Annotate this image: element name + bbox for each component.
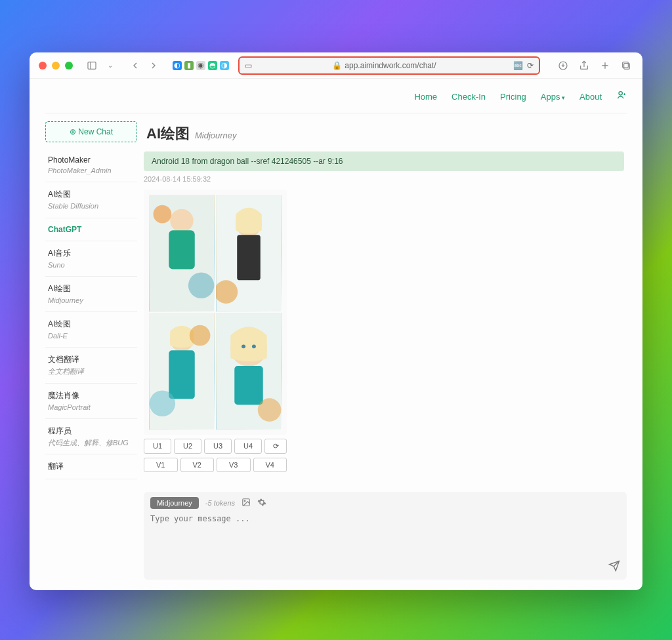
send-button[interactable] [608,560,620,574]
sidebar-item-subtitle: Midjourney [48,296,135,305]
reload-icon[interactable]: ⟳ [527,61,534,70]
tabs-overview-icon[interactable] [619,58,633,73]
page-content: Home Check-In Pricing Apps About ⊕ New C… [30,79,642,590]
image-icon[interactable] [242,498,251,509]
sidebar-item-subtitle: Dall-E [48,331,135,340]
svg-point-8 [619,92,622,95]
svg-rect-6 [624,63,630,69]
sidebar-item-subtitle: 代码生成、解释、修BUG [48,438,135,447]
ext-icon-3[interactable]: ◉ [196,61,205,70]
sidebar-item-title: 程序员 [48,426,135,437]
svg-point-15 [188,273,215,299]
sidebar-item-subtitle: MagicPortrait [48,403,135,412]
sidebar-item-subtitle: PhotoMaker_Admin [48,166,135,175]
sidebar-item[interactable]: AI绘图Dall-E [45,312,137,348]
downloads-icon[interactable] [556,58,570,73]
lock-icon: 🔒 [332,61,342,70]
url-text: app.aimindwork.com/chat/ [345,61,436,70]
forward-button[interactable] [146,58,161,73]
browser-window: ⌄ ◐ ▮ ◉ ◓ ◑ ▭ 🔒 app.aimindwork.com/chat/… [30,52,642,590]
sidebar-item[interactable]: PhotoMakerPhotoMaker_Admin [45,149,137,182]
gear-icon[interactable] [257,498,266,509]
svg-point-23 [190,325,211,346]
new-chat-button[interactable]: ⊕ New Chat [45,121,137,142]
minimize-window[interactable] [52,62,60,70]
upscale-button[interactable]: U2 [174,439,201,454]
variation-button[interactable]: V2 [180,458,215,472]
traffic-lights [39,62,73,70]
sidebar-item[interactable]: 文档翻译全文档翻译 [45,348,137,383]
sidebar-item-title: AI音乐 [48,248,135,259]
upscale-button[interactable]: U3 [204,439,232,454]
token-cost: -5 tokens [205,499,235,507]
svg-point-28 [252,344,256,348]
variation-button[interactable]: V1 [144,458,178,472]
user-icon[interactable] [616,90,627,103]
sidebar-item[interactable]: AI音乐Suno [45,241,137,277]
svg-rect-13 [169,230,195,269]
svg-rect-7 [623,62,629,68]
chat-area[interactable]: Android 18 from dragon ball --sref 42124… [144,151,627,485]
variation-button[interactable]: V4 [253,458,287,472]
generated-image-3[interactable] [149,313,215,430]
sidebar-item-subtitle: Suno [48,260,135,270]
ext-icon-5[interactable]: ◑ [220,61,229,70]
sidebar-item-title: AI绘图 [48,319,135,330]
generated-image-1[interactable] [149,195,215,311]
ext-icon-1[interactable]: ◐ [173,61,182,70]
reroll-button[interactable]: ⟳ [264,439,287,454]
address-bar[interactable]: ▭ 🔒 app.aimindwork.com/chat/ 🔤 ⟳ [238,56,540,75]
chevron-down-icon[interactable]: ⌄ [103,58,117,73]
sidebar-item-subtitle: Stable Diffusion [48,201,135,210]
svg-rect-29 [234,366,262,405]
message-input[interactable] [150,514,620,560]
new-tab-icon[interactable] [598,58,612,73]
svg-point-14 [154,205,172,224]
generated-image-4[interactable] [216,313,282,430]
sidebar-item-title: AI绘图 [48,283,135,294]
ext-icon-2[interactable]: ▮ [184,61,194,70]
sidebar-item[interactable]: AI绘图Stable Diffusion [45,182,137,218]
nav-home[interactable]: Home [414,92,437,102]
variation-button[interactable]: V3 [217,458,251,472]
svg-rect-0 [88,62,96,69]
svg-point-30 [258,398,282,422]
sidebar-item[interactable]: 翻译 [45,454,137,479]
nav-apps[interactable]: Apps [541,92,565,102]
top-nav: Home Check-In Pricing Apps About [30,79,642,108]
sidebar-item-title: 文档翻译 [48,354,135,365]
upscale-button[interactable]: U1 [144,439,171,454]
svg-point-12 [170,209,194,233]
back-button[interactable] [128,58,142,73]
generated-image-2[interactable] [216,195,282,311]
timestamp: 2024-08-14 15:59:32 [144,175,624,183]
ext-icon-4[interactable]: ◓ [208,61,217,70]
sidebar-item-title: PhotoMaker [48,155,135,165]
model-badge[interactable]: Midjourney [150,497,199,509]
sidebar-item-title: 翻译 [48,461,135,472]
upscale-row: U1U2U3U4⟳ [144,439,287,454]
svg-point-27 [242,344,245,348]
sidebar-item[interactable]: 魔法肖像MagicPortrait [45,384,137,419]
svg-rect-18 [237,235,261,280]
sidebar-item[interactable]: ChatGPT [45,218,137,241]
nav-checkin[interactable]: Check-In [452,92,486,102]
sidebar-item-subtitle: 全文档翻译 [48,367,135,376]
upscale-button[interactable]: U4 [234,439,262,454]
share-icon[interactable] [577,58,591,73]
titlebar: ⌄ ◐ ▮ ◉ ◓ ◑ ▭ 🔒 app.aimindwork.com/chat/… [30,52,642,79]
sidebar-toggle-icon[interactable] [85,58,99,73]
main-panel: AI绘图 Midjourney Android 18 from dragon b… [144,121,627,580]
close-window[interactable] [39,62,47,70]
svg-point-24 [150,390,176,416]
svg-rect-22 [169,350,195,399]
nav-about[interactable]: About [579,92,602,102]
sidebar-item[interactable]: 程序员代码生成、解释、修BUG [45,419,137,454]
maximize-window[interactable] [65,62,73,70]
nav-pricing[interactable]: Pricing [500,92,526,102]
translate-icon[interactable]: 🔤 [513,61,523,70]
page-title: AI绘图 [146,124,190,144]
svg-point-32 [244,500,245,502]
sidebar-item-title: 魔法肖像 [48,390,135,401]
sidebar-item[interactable]: AI绘图Midjourney [45,277,137,312]
